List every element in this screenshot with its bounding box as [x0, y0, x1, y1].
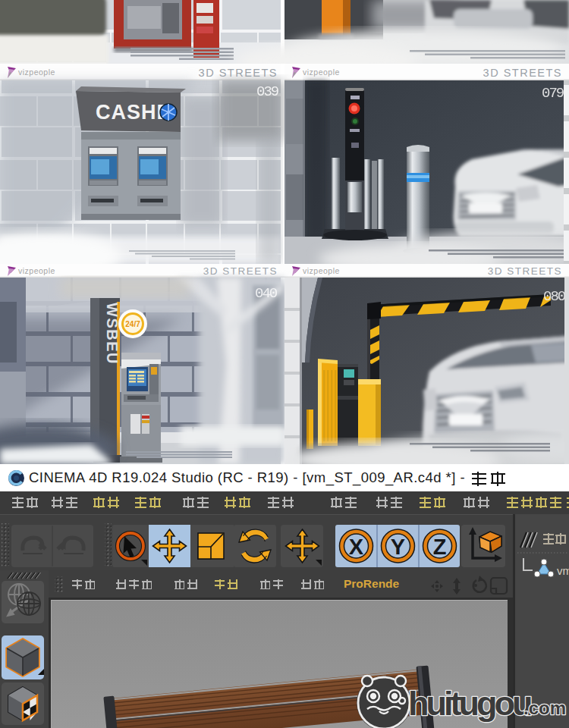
svg-text:3D STREETS: 3D STREETS: [488, 265, 562, 277]
svg-text:Z: Z: [433, 535, 447, 559]
svg-text:3D STREETS: 3D STREETS: [199, 67, 278, 79]
svg-text:080: 080: [543, 288, 566, 305]
svg-text:huitugou: huitugou: [408, 684, 531, 723]
svg-text:3D STREETS: 3D STREETS: [483, 67, 562, 79]
svg-text:079: 079: [542, 85, 564, 102]
svg-text:vizpeople: vizpeople: [18, 67, 55, 77]
svg-text:vizpeople: vizpeople: [18, 266, 55, 275]
svg-text:X: X: [349, 535, 364, 559]
svg-text:24/7: 24/7: [125, 320, 140, 328]
svg-text:040: 040: [255, 285, 278, 302]
svg-text:3D STREETS: 3D STREETS: [203, 265, 278, 277]
svg-text:.com: .com: [523, 698, 566, 718]
svg-text:039: 039: [256, 83, 279, 100]
svg-text:WSBEU: WSBEU: [104, 303, 121, 365]
svg-text:Y: Y: [391, 535, 405, 559]
